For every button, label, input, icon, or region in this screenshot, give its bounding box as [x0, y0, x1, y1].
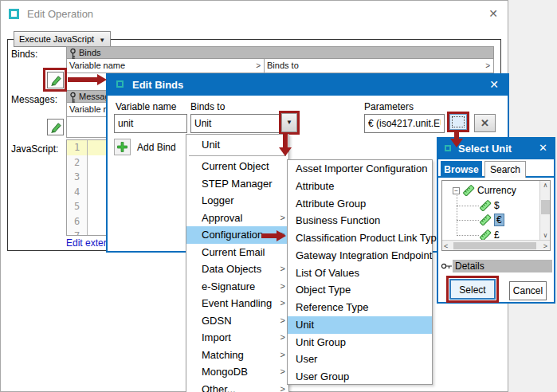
annotation-box-select: Select	[446, 276, 499, 303]
close-icon[interactable]: ✕	[488, 7, 498, 20]
tree-node-label: Currency	[477, 185, 516, 196]
menu-item-import[interactable]: Import>	[186, 329, 288, 347]
submenu-item-business-function[interactable]: Business Function	[288, 212, 432, 229]
clear-icon: ✕	[481, 117, 489, 129]
submenu-item-asset-importer-configuration[interactable]: Asset Importer Configuration	[288, 160, 432, 178]
screenshot-stage: Edit Operation ✕ Execute JavaScript▼ Bin…	[0, 0, 557, 392]
submenu-arrow-icon: >	[280, 347, 285, 364]
close-icon[interactable]: ✕	[539, 142, 547, 154]
operation-type-dropdown[interactable]: Execute JavaScript▼	[14, 31, 111, 47]
menu-item-label: User Group	[296, 370, 349, 382]
sort-arrow-icon: >	[485, 60, 490, 73]
menu-item-label: Classification Product Link Type	[296, 232, 442, 244]
details-section[interactable]: Details	[440, 260, 552, 272]
menu-item-label: Business Function	[296, 214, 380, 226]
horizontal-scrollbar[interactable]: < >	[442, 240, 550, 250]
submenu-arrow-icon: >	[280, 295, 285, 312]
tree-node-label: $	[494, 200, 500, 211]
menu-item-label: Other...	[202, 383, 236, 392]
details-label: Details	[455, 261, 484, 272]
menu-item-event-handling[interactable]: Event Handling>	[186, 295, 288, 312]
submenu-item-classification-product-link-type[interactable]: Classification Product Link Type	[288, 229, 432, 247]
unit-tree[interactable]: − Currency $ € £ ∧ ∨ <	[441, 180, 551, 251]
menu-item-current-email[interactable]: Current Email	[186, 244, 288, 261]
tree-node-currency[interactable]: − Currency	[453, 184, 516, 197]
close-icon[interactable]: ✕	[489, 78, 499, 91]
edit-binds-titlebar: Edit Binds ✕	[108, 75, 508, 96]
scroll-up-icon[interactable]: ∧	[540, 182, 551, 189]
tab-browse[interactable]: Browse	[441, 161, 482, 178]
dialog-title: Edit Binds	[132, 79, 183, 91]
line-number: 2	[67, 155, 88, 171]
tree-connector	[457, 235, 479, 236]
menu-item-matching[interactable]: Matching>	[186, 347, 288, 364]
menu-item-approval[interactable]: Approval>	[186, 210, 288, 227]
binds-table-header: Binds	[66, 46, 494, 59]
menu-item-other[interactable]: Other...>	[186, 381, 288, 392]
submenu-arrow-icon: >	[280, 210, 285, 227]
column-variable-name[interactable]: Variable name >	[67, 59, 265, 73]
submenu-item-attribute[interactable]: Attribute	[288, 178, 432, 195]
scroll-down-icon[interactable]: ∨	[540, 232, 551, 239]
variable-name-input[interactable]	[114, 114, 187, 133]
tree-node-euro[interactable]: €	[479, 214, 504, 226]
details-key-icon	[441, 262, 453, 271]
submenu-item-user-group[interactable]: User Group	[288, 368, 432, 386]
submenu-item-object-type[interactable]: Object Type	[288, 281, 432, 299]
submenu-item-user[interactable]: User	[288, 351, 432, 368]
menu-item-label: Gateway Integration Endpoint	[296, 249, 432, 261]
menu-item-label: Data Objects	[202, 263, 261, 275]
annotation-arrow-shaft	[261, 233, 277, 238]
menu-item-logger[interactable]: Logger	[186, 192, 288, 210]
edit-externally-link[interactable]: Edit extern	[66, 237, 112, 249]
submenu-item-unit[interactable]: Unit	[288, 316, 432, 334]
scroll-right-icon[interactable]: >	[543, 242, 547, 250]
line-number: 3	[67, 170, 88, 185]
menu-item-label: Event Handling	[202, 297, 272, 309]
binds-to-dropdown-button[interactable]: ▼	[281, 113, 297, 132]
submenu-item-reference-type[interactable]: Reference Type	[288, 299, 432, 316]
cancel-button[interactable]: Cancel	[509, 281, 547, 300]
scrollbar-thumb[interactable]	[453, 242, 536, 249]
binds-to-label: Binds to	[190, 101, 225, 112]
scroll-left-icon[interactable]: <	[444, 242, 448, 250]
menu-item-gdsn[interactable]: GDSN>	[186, 312, 288, 330]
add-bind-button[interactable]: Add Bind	[114, 139, 176, 155]
tree-node-label-selected: €	[494, 214, 504, 226]
column-binds-to[interactable]: Binds to >	[265, 59, 493, 73]
scrollbar-thumb[interactable]	[541, 200, 550, 214]
menu-item-e-signature[interactable]: e-Signature>	[186, 278, 288, 296]
menu-item-label: Configuration	[202, 229, 263, 241]
annotation-arrow-shaft	[454, 132, 459, 139]
annotation-arrow-shaft	[283, 134, 288, 147]
menu-item-current-object[interactable]: Current Object	[186, 158, 288, 175]
edit-operation-titlebar: Edit Operation ✕	[1, 1, 508, 28]
menu-item-step-manager[interactable]: STEP Manager	[186, 175, 288, 193]
submenu-item-gateway-integration-endpoint[interactable]: Gateway Integration Endpoint	[288, 247, 432, 265]
vertical-scrollbar[interactable]: ∧ ∨	[539, 181, 550, 240]
select-button[interactable]: Select	[449, 279, 496, 300]
submenu-item-list-of-values[interactable]: List Of Values	[288, 265, 432, 282]
menu-item-label: Current Object	[202, 160, 269, 172]
submenu-item-unit-group[interactable]: Unit Group	[288, 334, 432, 351]
edit-messages-button[interactable]	[47, 119, 64, 135]
menu-separator	[189, 155, 286, 156]
browse-parameters-button[interactable]	[449, 114, 467, 130]
menu-item-data-objects[interactable]: Data Objects>	[186, 261, 288, 278]
tab-search[interactable]: Search	[484, 161, 526, 178]
configuration-submenu: Asset Importer Configuration Attribute A…	[287, 159, 433, 385]
collapse-icon[interactable]: −	[453, 187, 460, 194]
annotation-arrow-right-icon	[97, 74, 107, 85]
parameters-input[interactable]	[364, 114, 445, 133]
binds-column-row: Variable name > Binds to >	[66, 59, 494, 73]
clear-parameters-button[interactable]: ✕	[474, 114, 496, 132]
binds-to-menu: Unit Current Object STEP Manager Logger …	[186, 134, 289, 392]
menu-item-unit[interactable]: Unit	[186, 135, 288, 155]
menu-item-label: Logger	[202, 194, 233, 206]
menu-item-label: Current Email	[202, 246, 265, 258]
menu-item-label: Unit	[296, 319, 314, 331]
menu-item-mongodb[interactable]: MongoDB>	[186, 363, 288, 381]
submenu-item-attribute-group[interactable]: Attribute Group	[288, 195, 432, 213]
submenu-arrow-icon: >	[280, 312, 285, 330]
tree-node-dollar[interactable]: $	[479, 199, 500, 212]
